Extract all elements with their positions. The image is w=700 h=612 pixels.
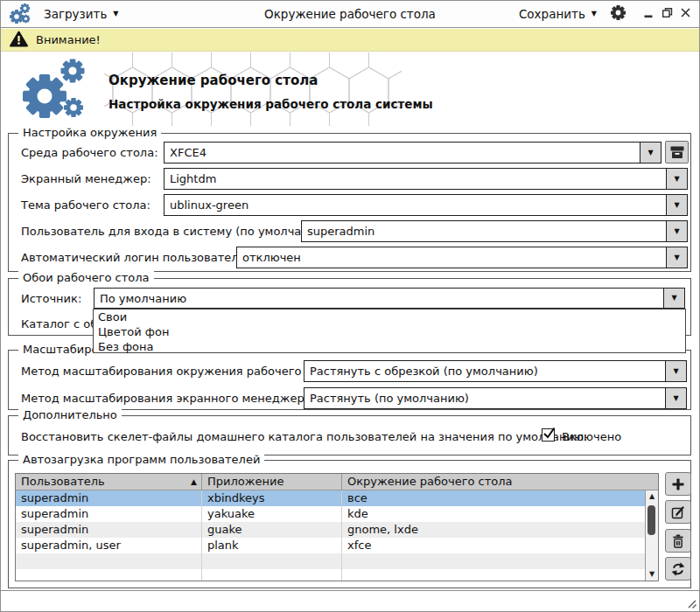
dropdown-option[interactable]: Цветой фон [94,324,685,339]
table-row[interactable]: superadmin guake gnome, lxde [16,522,645,538]
combo-arrow-button[interactable]: ▼ [665,361,686,381]
archive-box-button[interactable] [665,141,689,163]
restore-button[interactable] [662,7,673,21]
skel-restore-label: Восстановить скелет-файлы домашнего ката… [21,430,587,443]
warning-banner: Внимание! [1,29,699,52]
table-scrollbar[interactable]: ▲ ▼ [645,490,658,581]
group-autostart-legend: Автозагрузка программ пользователей [18,453,264,466]
wallpaper-source-label: Источник: [21,292,81,305]
group-extra-legend: Дополнительно [18,408,122,421]
save-menu-button[interactable]: Сохранить ▼ [519,7,597,21]
autologin-value: отключен [237,247,666,268]
warning-triangle-icon [10,31,28,50]
cell-app: guake [202,522,342,538]
cell-app: yakuake [202,506,342,522]
cell-env: все [342,490,645,506]
page-title: Окружение рабочего стола [108,73,318,88]
dm-scaling-label: Метод масштабирования экранного менеджер… [21,392,315,405]
close-button[interactable] [680,7,691,21]
combo-arrow-button[interactable]: ▼ [666,221,687,241]
theme-select[interactable]: ublinux-green ▼ [164,194,688,216]
combo-arrow-button[interactable]: ▼ [666,247,687,268]
dropdown-option[interactable]: Свои [94,309,685,324]
sort-ascending-icon: ▲ [191,474,197,490]
cell-user: superadmin [16,490,202,506]
scrollbar-thumb[interactable] [648,505,655,535]
cell-app: xbindkeys [202,490,342,506]
trash-icon [670,533,686,549]
cell-env: gnome, lxde [342,522,645,538]
dropdown-option[interactable]: Без фона [94,339,685,354]
group-extra: Дополнительно Восстановить скелет-файлы … [8,415,691,456]
cell-user: superadmin [16,522,202,538]
combo-arrow-button[interactable]: ▼ [640,143,661,163]
desktop-env-select[interactable]: XFCE4 ▼ [164,142,662,163]
display-manager-label: Экранный менеджер: [21,172,151,185]
chevron-down-icon: ▼ [113,10,118,17]
table-row[interactable]: superadmin yakuake kde [16,506,645,522]
title-bar: Окружение рабочего стола Загрузить ▼ Сох… [1,1,699,28]
autologin-select[interactable]: отключен ▼ [236,247,688,268]
load-menu-label: Загрузить [44,7,107,21]
plus-icon [670,476,686,492]
desktop-env-value: XFCE4 [164,143,640,163]
combo-arrow-button[interactable]: ▼ [663,289,684,308]
add-entry-button[interactable] [665,472,691,496]
wallpaper-source-select[interactable]: По умолчанию ▼ [94,288,685,309]
group-scaling: Масштабирование Метод масштабирования ок… [8,350,691,410]
page-header: Окружение рабочего стола Настройка окруж… [1,52,699,128]
column-header-env[interactable]: Окружение рабочего стола [342,474,658,490]
table-row[interactable]: superadmin, user plank xfce [16,538,645,553]
delete-entry-button[interactable] [665,529,691,553]
table-body: superadmin xbindkeys все superadmin yaku… [16,490,645,581]
scroll-down-icon[interactable]: ▼ [646,570,658,579]
table-header: Пользователь ▲ Приложение Окружение рабо… [16,474,658,490]
combo-arrow-button[interactable]: ▼ [666,169,687,189]
header-gears-icon [18,58,94,125]
edit-icon [670,504,686,520]
combo-arrow-button[interactable]: ▼ [666,195,687,215]
resize-grip[interactable] [686,598,697,609]
refresh-button[interactable] [665,557,691,581]
app-window: Окружение рабочего стола Загрузить ▼ Сох… [0,0,700,612]
honeycomb-decoration [104,52,402,126]
group-autostart: Автозагрузка программ пользователей Поль… [8,460,691,588]
default-user-label: Пользователь для входа в систему (по умо… [21,225,334,238]
group-wallpaper-legend: Обои рабочего стола [18,271,154,284]
skel-checkbox-label: Включено [562,430,621,443]
refresh-icon [670,561,686,577]
combo-arrow-button[interactable]: ▼ [665,388,686,408]
dm-scaling-select[interactable]: Растянуть (по умолчанию) ▼ [304,387,687,409]
load-menu-button[interactable]: Загрузить ▼ [44,7,119,21]
skel-checkbox[interactable] [542,428,555,442]
desktop-env-label: Среда рабочего стола: [21,146,158,159]
env-scaling-value: Растянуть с обрезкой (по умолчанию) [304,361,665,381]
autologin-label: Автоматический логин пользователя: [21,251,249,264]
chevron-down-icon: ▼ [592,10,597,17]
group-environment-legend: Настройка окружения [18,126,161,139]
default-user-select[interactable]: superadmin ▼ [301,220,688,242]
column-header-app[interactable]: Приложение [202,474,342,490]
minimize-button[interactable] [643,7,654,21]
cell-env: kde [342,506,645,522]
table-row[interactable]: superadmin xbindkeys все [16,490,645,506]
column-header-user[interactable]: Пользователь ▲ [16,474,202,490]
autostart-table: Пользователь ▲ Приложение Окружение рабо… [15,473,659,581]
group-environment: Настройка окружения Среда рабочего стола… [8,133,691,272]
cell-app: plank [202,538,342,553]
cell-user: superadmin, user [16,538,202,553]
scroll-up-icon[interactable]: ▲ [646,492,658,501]
display-manager-value: Lightdm [164,169,666,189]
table-row-empty [16,569,645,581]
env-scaling-label: Метод масштабирования окружения рабочего… [21,365,343,378]
cell-user: superadmin [16,506,202,522]
cell-env: xfce [342,538,645,553]
app-gears-icon [9,2,32,27]
dm-scaling-value: Растянуть (по умолчанию) [304,388,665,408]
save-menu-label: Сохранить [519,7,585,21]
settings-gear-button[interactable] [610,4,626,24]
edit-entry-button[interactable] [665,500,691,524]
env-scaling-select[interactable]: Растянуть с обрезкой (по умолчанию) ▼ [304,360,687,382]
display-manager-select[interactable]: Lightdm ▼ [164,168,688,190]
archive-box-icon [668,143,686,161]
